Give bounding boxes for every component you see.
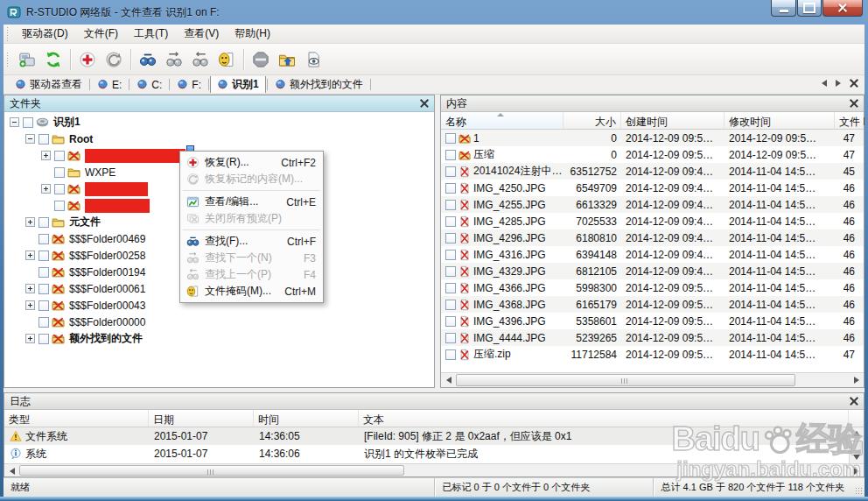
checkbox[interactable] — [54, 201, 65, 211]
file-row[interactable]: IMG_4316.JPG63941482014-12-09 09:4…2014-… — [441, 246, 864, 263]
find-next-button[interactable] — [161, 47, 187, 72]
close-button[interactable] — [822, 0, 863, 17]
menu-item[interactable]: 查看(V) — [176, 25, 227, 44]
log-column-header-2[interactable]: 时间 — [254, 410, 359, 427]
checkbox[interactable] — [38, 334, 49, 344]
scroll-right-icon[interactable] — [849, 464, 864, 478]
menu-item[interactable]: 驱动器(D) — [14, 25, 76, 44]
tab-scroll-right-icon[interactable] — [836, 80, 841, 87]
file-row[interactable]: 102014-12-09 09:5…2014-12-09 09:5…47 — [441, 130, 864, 146]
connect-computer-button[interactable] — [14, 47, 40, 72]
file-row[interactable]: IMG_4366.JPG59983002014-12-09 09:5…2014-… — [441, 279, 864, 296]
recover-marked-button[interactable] — [101, 47, 127, 72]
tree-item[interactable]: 识别1 — [4, 114, 434, 131]
checkbox[interactable] — [445, 183, 456, 194]
context-menu-item-0[interactable]: 恢复(R)...Ctrl+F2 — [182, 154, 321, 171]
column-header-3[interactable]: 修改时间 — [724, 112, 835, 129]
refresh-button[interactable] — [40, 47, 66, 72]
checkbox[interactable] — [38, 217, 49, 228]
file-row[interactable]: 压缩.zip117125842014-12-09 09:5…2014-11-04… — [441, 346, 864, 363]
checkbox[interactable] — [38, 234, 49, 244]
expand-icon[interactable] — [25, 217, 35, 227]
tree-item[interactable]: 额外找到的文件 — [4, 330, 434, 347]
collapse-icon[interactable] — [25, 134, 35, 144]
menu-grip[interactable] — [6, 26, 9, 41]
resize-grip[interactable] — [852, 478, 864, 497]
file-mask-button[interactable] — [214, 47, 240, 72]
scroll-right-icon[interactable] — [849, 373, 864, 387]
file-row[interactable]: IMG_4444.JPG52392652014-12-09 09:5…2014-… — [441, 329, 864, 346]
expand-icon[interactable] — [41, 184, 51, 194]
scrollbar-thumb[interactable] — [19, 465, 404, 476]
tab-e[interactable]: E: — [91, 76, 128, 93]
checkbox[interactable] — [54, 184, 65, 194]
log-row[interactable]: 文件系统2015-01-0714:36:05[FileId: 905] 修正 2… — [4, 427, 849, 445]
menu-item[interactable]: 工具(T) — [126, 25, 176, 44]
column-header-1[interactable]: 大小 — [564, 112, 621, 129]
preview-button[interactable] — [300, 47, 326, 72]
file-row[interactable]: IMG_4250.JPG65497092014-12-09 09:4…2014-… — [441, 180, 864, 196]
log-vertical-scrollbar[interactable] — [849, 427, 864, 463]
tree-item[interactable]: $$$Folder00000 — [4, 314, 434, 330]
log-column-header-1[interactable]: 日期 — [149, 410, 254, 427]
minimize-button[interactable] — [771, 0, 796, 17]
log-horizontal-scrollbar[interactable] — [4, 463, 864, 476]
content-horizontal-scrollbar[interactable] — [441, 372, 864, 387]
expand-icon[interactable] — [25, 250, 35, 260]
tab-scroll-left-icon[interactable] — [822, 80, 827, 87]
file-row[interactable]: IMG_4329.JPG68121052014-12-09 09:4…2014-… — [441, 263, 864, 279]
checkbox[interactable] — [445, 166, 456, 177]
checkbox[interactable] — [445, 133, 456, 144]
checkbox[interactable] — [445, 200, 456, 210]
file-row[interactable]: 压缩02014-12-09 09:5…2014-12-09 09:5…47 — [441, 146, 864, 163]
close-icon[interactable] — [850, 99, 858, 108]
checkbox[interactable] — [445, 316, 456, 327]
checkbox[interactable] — [445, 250, 456, 260]
checkbox[interactable] — [54, 151, 65, 161]
find-button[interactable] — [135, 47, 161, 72]
checkbox[interactable] — [445, 349, 456, 360]
expand-icon[interactable] — [41, 151, 51, 160]
checkbox[interactable] — [38, 250, 49, 261]
checkbox[interactable] — [445, 216, 456, 227]
file-row[interactable]: IMG_4285.JPG70255332014-12-09 09:4…2014-… — [441, 213, 864, 229]
tab-c[interactable]: C: — [130, 76, 168, 93]
checkbox[interactable] — [38, 300, 49, 311]
file-row[interactable]: IMG_4368.JPG61651792014-12-09 09:5…2014-… — [441, 296, 864, 313]
checkbox[interactable] — [38, 284, 49, 294]
checkbox[interactable] — [445, 266, 456, 277]
tab-f[interactable]: F: — [171, 76, 207, 93]
scroll-left-icon[interactable] — [4, 464, 19, 478]
context-menu-item-6[interactable]: 查找(F)...Ctrl+F — [182, 233, 321, 250]
checkbox[interactable] — [38, 134, 49, 145]
tab-close-icon[interactable] — [850, 79, 858, 88]
checkbox[interactable] — [38, 317, 49, 328]
scroll-up-icon[interactable] — [850, 427, 864, 440]
menu-item[interactable]: 帮助(H) — [227, 25, 278, 44]
checkbox[interactable] — [445, 283, 456, 293]
recover-button[interactable] — [74, 47, 101, 72]
scroll-left-icon[interactable] — [441, 373, 456, 387]
log-column-header-0[interactable]: 类型 — [4, 410, 149, 427]
checkbox[interactable] — [445, 233, 456, 243]
checkbox[interactable] — [38, 267, 49, 278]
find-previous-button[interactable] — [187, 47, 214, 72]
checkbox[interactable] — [445, 300, 456, 310]
column-header-4[interactable]: 文件 ID — [835, 112, 864, 129]
file-row[interactable]: IMG_4255.JPG66133292014-12-09 09:4…2014-… — [441, 196, 864, 213]
expand-icon[interactable] — [25, 300, 35, 310]
expand-icon[interactable] — [25, 284, 35, 293]
file-row[interactable]: 20141024注射中…635127522014-12-09 09:4…2014… — [441, 163, 864, 180]
close-icon[interactable] — [420, 99, 429, 108]
file-row[interactable]: IMG_4396.JPG53586012014-12-09 09:5…2014-… — [441, 313, 864, 329]
checkbox[interactable] — [445, 333, 456, 343]
checkbox[interactable] — [23, 117, 33, 128]
close-icon[interactable] — [850, 397, 858, 406]
collapse-icon[interactable] — [10, 117, 19, 127]
tab-1[interactable]: 识别1 — [210, 76, 266, 93]
checkbox[interactable] — [54, 167, 65, 178]
scroll-down-icon[interactable] — [850, 451, 864, 463]
column-header-0[interactable]: 名称 — [441, 112, 564, 129]
context-menu-item-9[interactable]: 文件掩码(M)...Ctrl+M — [182, 283, 321, 300]
tree-item[interactable]: Root — [4, 131, 434, 147]
